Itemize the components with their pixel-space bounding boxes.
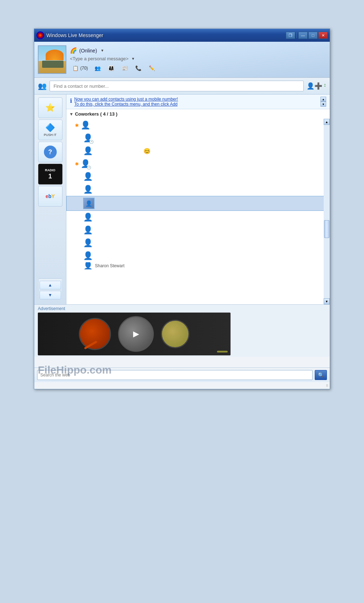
notice-bar: ℹ Now you can add contacts using just a … (66, 95, 330, 109)
ad-label: Advertisement (38, 306, 326, 311)
contact-name-area (95, 253, 327, 259)
contact-avatar: 👤 (83, 251, 93, 261)
contact-status-icon: 👤 (83, 213, 93, 222)
personal-message-arrow[interactable]: ▼ (131, 57, 135, 61)
search-bar: 👥 👤➕ ↕ (34, 78, 330, 95)
contact-name-area (95, 228, 327, 233)
inbox-button[interactable]: 📋 (70) (70, 64, 89, 72)
nav-up-button[interactable]: ▲ (40, 281, 61, 289)
profile-area: 🌈 (Online) ▼ <Type a personal message> ▼… (34, 42, 330, 78)
scroll-thumb[interactable] (324, 220, 329, 238)
settings-icon: ✏️ (148, 65, 156, 71)
window-title: Windows Live Messenger (46, 32, 284, 38)
group-label: Coworkers ( 4 / 13 ) (75, 111, 117, 117)
ad-center-device: ▶ (118, 316, 154, 352)
contact-avatar: 👤 (83, 212, 93, 222)
maximize-button[interactable]: □ (308, 32, 318, 39)
contact-item[interactable]: 👤 (66, 211, 330, 224)
contact-item[interactable]: 👤 (66, 224, 330, 237)
sort-button[interactable]: ↕ (324, 82, 326, 90)
phone-button[interactable]: 📞 (133, 64, 143, 72)
status-dropdown-arrow[interactable]: ▼ (101, 49, 104, 52)
messenger-window: Windows Live Messenger ❐ — □ ✕ 🌈 (Online… (34, 29, 330, 389)
contact-avatar: 👤 (83, 262, 93, 269)
notice-scroll-down[interactable]: ▼ (320, 102, 326, 107)
notice-text-area: Now you can add contacts using just a mo… (74, 97, 178, 107)
contact-item[interactable]: 👤 🕐 (66, 132, 330, 145)
plugin-help[interactable]: ? (38, 142, 62, 162)
contact-name-area (97, 201, 327, 206)
scroll-down-arrow[interactable]: ▼ (324, 298, 330, 304)
contact-emoji: 😊 (143, 148, 151, 154)
contact-name (95, 215, 123, 219)
contact-item[interactable]: 👤 (66, 237, 330, 249)
star-icon: ✱ (75, 123, 79, 128)
contact-item[interactable]: 👤 (66, 249, 330, 262)
bottom-search-bar: 🔍 (34, 368, 330, 382)
add-contact-button[interactable]: 👤➕ (307, 82, 322, 90)
contact-item[interactable]: 👤 (66, 183, 330, 196)
group-header-coworkers[interactable]: ▼ Coworkers ( 4 / 13 ) (66, 109, 330, 119)
profile-info: 🌈 (Online) ▼ <Type a personal message> ▼… (70, 47, 326, 72)
contact-status-icon: 👤 (83, 172, 93, 181)
notice-scroll-up[interactable]: ▲ (320, 97, 326, 102)
contact-avatar: 👤 (83, 184, 93, 194)
contacts-scrollbar: ▲ ▼ (324, 119, 330, 304)
star-icon: ⭐ (45, 103, 55, 112)
close-button[interactable]: ✕ (318, 32, 328, 39)
news-button[interactable]: 📰 (119, 64, 130, 72)
sidebar-nav: ▲ ▼ (39, 278, 62, 302)
contact-item[interactable]: 👤 😊 (66, 145, 330, 157)
web-search-input[interactable] (37, 370, 313, 380)
contact-status-icon: 👤 (81, 121, 90, 130)
contact-name-area (95, 215, 327, 220)
contact-status-icon: 👤 (83, 262, 93, 269)
plugin-favorites[interactable]: ⭐ (38, 97, 62, 118)
minimize-button[interactable]: — (298, 32, 308, 39)
news-icon: 📰 (121, 65, 128, 71)
scroll-up-arrow[interactable]: ▲ (324, 119, 330, 125)
contacts-list-icon: 👥 (38, 82, 47, 90)
contact-item[interactable]: ✱ 👤 (66, 119, 330, 132)
contact-item[interactable]: 👤 (66, 196, 330, 211)
restore-button[interactable]: ❐ (286, 32, 295, 39)
nav-down-button[interactable]: ▼ (40, 291, 61, 299)
contact-name-text: Sharon Stewart (95, 263, 327, 268)
contact-name (95, 240, 123, 245)
advertisement-area: Advertisement ▶ (34, 304, 330, 357)
personal-message-text[interactable]: <Type a personal message> (70, 56, 128, 61)
contact-name (92, 123, 171, 127)
contact-avatar: 👤 (83, 225, 93, 235)
avatar[interactable] (38, 45, 66, 74)
play-icon: ▶ (133, 329, 139, 339)
manage-contacts-button[interactable]: 👨‍👩‍👧 (106, 64, 116, 72)
ad-banner[interactable]: ▶ (38, 313, 231, 355)
contact-item[interactable]: 👤 (66, 170, 330, 183)
settings-button[interactable]: ✏️ (146, 64, 157, 72)
add-contact-toolbar-button[interactable]: 👥 (92, 64, 103, 72)
contact-name (95, 187, 123, 191)
help-icon: ? (44, 146, 57, 158)
web-search-button[interactable]: 🔍 (315, 370, 327, 380)
contact-item[interactable]: ✱ 👤 🕐 (66, 157, 330, 170)
contacts-list: ✱ 👤 👤 🕐 (66, 119, 330, 304)
search-input[interactable] (50, 81, 304, 91)
contacts-area: ℹ Now you can add contacts using just a … (66, 95, 330, 304)
contact-name (97, 201, 257, 205)
contact-status-icon: 👤 (83, 146, 93, 156)
manage-contacts-icon: 👨‍👩‍👧 (107, 65, 115, 71)
plugin-pushit[interactable]: 🔷 PUSH IT (38, 120, 62, 140)
notice-line1[interactable]: Now you can add contacts using just a mo… (74, 97, 178, 102)
ad-decoration (84, 340, 97, 349)
contact-name-area: Sharon Stewart (95, 263, 327, 268)
contact-name-area: 😊 (95, 148, 327, 154)
plugin-radio1[interactable]: RADIO 1 (38, 164, 62, 184)
contact-name-area (92, 123, 327, 128)
plugin-ebay[interactable]: ebY (38, 186, 62, 207)
resize-handle-icon[interactable]: ⠿ (326, 384, 328, 388)
status-row: 🌈 (Online) ▼ (70, 47, 326, 54)
personal-message[interactable]: <Type a personal message> ▼ (70, 56, 326, 61)
notice-line2[interactable]: To do this, click the Contacts menu, and… (74, 102, 178, 107)
contact-item[interactable]: 👤 Sharon Stewart (66, 262, 330, 269)
window-controls: ❐ — □ ✕ (286, 32, 328, 39)
